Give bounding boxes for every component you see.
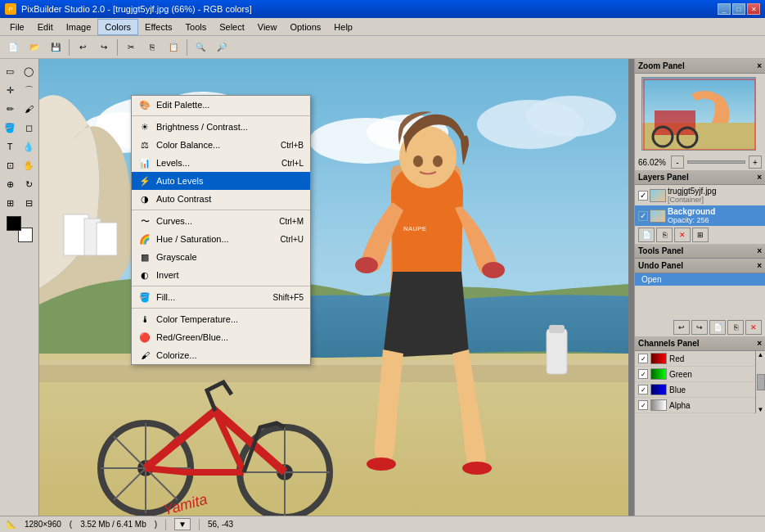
tool-hand[interactable]: ✋ bbox=[20, 156, 38, 174]
tool-eraser[interactable]: ◻ bbox=[20, 119, 38, 137]
menu-color-balance[interactable]: ⚖ Color Balance... Ctrl+B bbox=[132, 136, 310, 154]
menu-item-view[interactable]: View bbox=[251, 19, 284, 35]
menu-item-effects[interactable]: Effects bbox=[138, 19, 178, 35]
layer-container-visibility[interactable]: ✓ bbox=[638, 191, 648, 201]
zoom-decrease-button[interactable]: - bbox=[671, 156, 684, 169]
layers-panel-close[interactable]: × bbox=[757, 173, 762, 182]
menu-item-tools[interactable]: Tools bbox=[179, 19, 214, 35]
edit-palette-icon: 🎨 bbox=[138, 98, 151, 111]
zoom-increase-button[interactable]: + bbox=[749, 156, 762, 169]
hue-saturation-icon: 🌈 bbox=[138, 232, 151, 246]
foreground-color-box[interactable] bbox=[7, 216, 21, 231]
menu-item-image[interactable]: Image bbox=[60, 19, 98, 35]
channel-scrollbar[interactable]: ▲ ▼ bbox=[755, 351, 765, 413]
undo-new-button[interactable]: 📄 bbox=[709, 320, 726, 335]
canvas-area[interactable]: NAUPE bbox=[39, 59, 634, 516]
tool-fill[interactable]: 🪣 bbox=[1, 119, 19, 137]
undo-copy-button[interactable]: ⎘ bbox=[727, 320, 744, 335]
menu-auto-contrast[interactable]: ◑ Auto Contrast bbox=[132, 190, 310, 208]
channels-panel: Channels Panel × ✓ Red ✓ Green bbox=[635, 336, 765, 516]
menu-item-select[interactable]: Select bbox=[213, 19, 251, 35]
menu-levels[interactable]: 📊 Levels... Ctrl+L bbox=[132, 154, 310, 172]
channel-green-visibility[interactable]: ✓ bbox=[638, 369, 648, 379]
tool-move[interactable]: ✛ bbox=[1, 81, 19, 99]
toolbar-copy[interactable]: ⎘ bbox=[142, 38, 162, 57]
menu-curves[interactable]: 〜 Curves... Ctrl+M bbox=[132, 212, 310, 230]
duplicate-layer-button[interactable]: ⎘ bbox=[656, 228, 673, 242]
tool-lasso[interactable]: ⌒ bbox=[20, 81, 38, 99]
redo-button[interactable]: ↪ bbox=[691, 320, 708, 335]
layer-background[interactable]: ✓ Background Opacity: 256 bbox=[635, 205, 765, 226]
tool-clone[interactable]: ⊞ bbox=[1, 194, 19, 212]
toolbar-redo[interactable]: ↪ bbox=[94, 38, 114, 57]
zoom-thumbnail bbox=[641, 77, 756, 151]
toolbar-cut[interactable]: ✂ bbox=[121, 38, 141, 57]
tool-group-zoom: ⊕ ↻ bbox=[1, 175, 38, 193]
menu-fill[interactable]: 🪣 Fill... Shift+F5 bbox=[132, 288, 310, 306]
menu-item-edit[interactable]: Edit bbox=[31, 19, 60, 35]
maximize-button[interactable]: □ bbox=[732, 3, 745, 15]
tools-panel-close[interactable]: × bbox=[757, 246, 762, 255]
channel-alpha-visibility[interactable]: ✓ bbox=[638, 400, 648, 410]
tool-select-ellipse[interactable]: ◯ bbox=[20, 62, 38, 80]
undo-item-open[interactable]: Open bbox=[635, 273, 765, 286]
delete-layer-button[interactable]: ✕ bbox=[674, 228, 691, 242]
menu-edit-palette[interactable]: 🎨 Edit Palette... bbox=[132, 96, 310, 114]
tool-text[interactable]: T bbox=[1, 138, 19, 156]
minimize-button[interactable]: _ bbox=[718, 3, 731, 15]
undo-panel-close[interactable]: × bbox=[757, 261, 762, 270]
new-layer-button[interactable]: 📄 bbox=[638, 228, 655, 242]
tool-select-rect[interactable]: ▭ bbox=[1, 62, 19, 80]
tool-eyedropper[interactable]: 💧 bbox=[20, 138, 38, 156]
channel-scroll-thumb[interactable] bbox=[757, 374, 765, 390]
channel-alpha[interactable]: ✓ Alpha bbox=[635, 398, 755, 413]
zoom-slider[interactable] bbox=[687, 160, 745, 164]
undo-button[interactable]: ↩ bbox=[673, 320, 690, 335]
merge-layer-button[interactable]: ⊞ bbox=[692, 228, 709, 242]
tool-pencil[interactable]: ✏ bbox=[1, 100, 19, 118]
menu-grayscale[interactable]: ▩ Grayscale bbox=[132, 248, 310, 266]
layer-background-visibility[interactable]: ✓ bbox=[638, 211, 648, 221]
zoom-panel-close[interactable]: × bbox=[757, 61, 762, 70]
tool-crop[interactable]: ⊡ bbox=[1, 156, 19, 174]
toolbar-save[interactable]: 💾 bbox=[46, 38, 65, 57]
channel-red-visibility[interactable]: ✓ bbox=[638, 354, 648, 363]
dropdown-separator-2 bbox=[132, 210, 310, 210]
close-button[interactable]: ✕ bbox=[747, 3, 760, 15]
toolbar-undo[interactable]: ↩ bbox=[73, 38, 92, 57]
toolbar-open[interactable]: 📂 bbox=[25, 38, 44, 57]
tool-group-select: ▭ ◯ bbox=[1, 62, 38, 80]
toolbar-zoom-in[interactable]: 🔍 bbox=[191, 38, 210, 57]
status-dropdown[interactable]: ▼ bbox=[174, 518, 191, 530]
channels-panel-close[interactable]: × bbox=[757, 339, 762, 348]
tool-zoom[interactable]: ⊕ bbox=[1, 175, 19, 193]
menu-item-colors[interactable]: Colors bbox=[97, 19, 138, 35]
undo-delete-button[interactable]: ✕ bbox=[745, 320, 762, 335]
menu-hue-saturation[interactable]: 🌈 Hue / Saturation... Ctrl+U bbox=[132, 230, 310, 248]
toolbar-new[interactable]: 📄 bbox=[3, 38, 23, 57]
channel-scroll-down[interactable]: ▼ bbox=[758, 406, 764, 413]
channel-scroll-up[interactable]: ▲ bbox=[758, 351, 764, 358]
menu-rgb[interactable]: 🔴 Red/Green/Blue... bbox=[132, 328, 310, 346]
tool-rotate[interactable]: ↻ bbox=[20, 175, 38, 193]
menu-color-temperature[interactable]: 🌡 Color Temperature... bbox=[132, 310, 310, 328]
tool-heal[interactable]: ⊟ bbox=[20, 194, 38, 212]
toolbar-paste[interactable]: 📋 bbox=[164, 38, 183, 57]
menu-item-help[interactable]: Help bbox=[327, 19, 359, 35]
menu-item-options[interactable]: Options bbox=[283, 19, 327, 35]
menu-colorize[interactable]: 🖌 Colorize... bbox=[132, 346, 310, 364]
status-filesize: 3.52 Mb / 6.41 Mb bbox=[80, 520, 146, 529]
svg-point-15 bbox=[367, 458, 396, 471]
svg-rect-13 bbox=[39, 360, 628, 365]
channel-blue-visibility[interactable]: ✓ bbox=[638, 385, 648, 394]
channel-red[interactable]: ✓ Red bbox=[635, 351, 755, 367]
window-controls: _ □ ✕ bbox=[718, 3, 760, 15]
menu-auto-levels[interactable]: ⚡ Auto Levels bbox=[132, 172, 310, 190]
menu-invert[interactable]: ◐ Invert bbox=[132, 266, 310, 284]
menu-item-file[interactable]: File bbox=[3, 19, 31, 35]
channel-green[interactable]: ✓ Green bbox=[635, 367, 755, 382]
channel-blue[interactable]: ✓ Blue bbox=[635, 382, 755, 398]
tool-brush[interactable]: 🖌 bbox=[20, 100, 38, 118]
menu-brightness-contrast[interactable]: ☀ Brightness / Contrast... bbox=[132, 118, 310, 136]
toolbar-zoom-out[interactable]: 🔎 bbox=[212, 38, 232, 57]
